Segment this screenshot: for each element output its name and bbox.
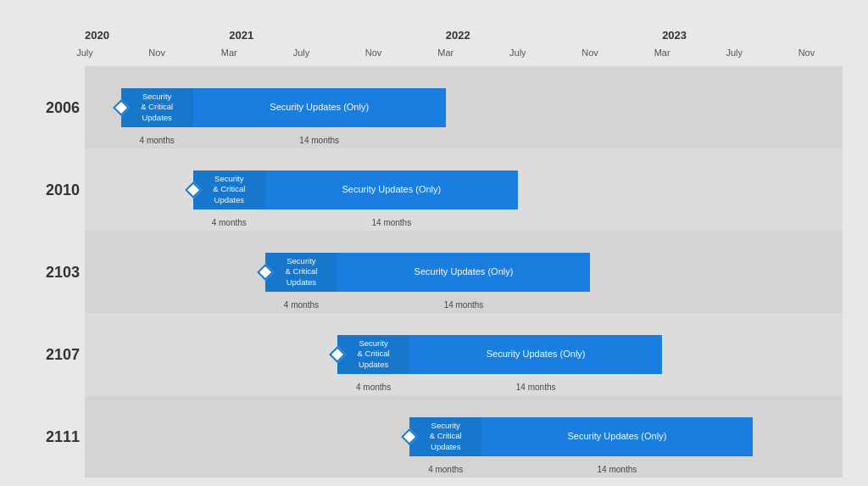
version-row-2107: 2107Security & Critical UpdatesSecurity … xyxy=(85,313,843,395)
year-label-2020: 2020 xyxy=(85,29,109,42)
page: 2020202120222023JulyNovMarJulyNovMarJuly… xyxy=(0,0,868,486)
month-label: July xyxy=(293,47,310,58)
month-label: July xyxy=(76,47,93,58)
duration-label-upd-2010: 14 months xyxy=(265,218,518,227)
updates-bar-label-2006: Security Updates (Only) xyxy=(270,101,369,113)
month-label: July xyxy=(509,47,526,58)
timeline-header: 2020202120222023JulyNovMarJulyNovMarJuly… xyxy=(85,29,843,66)
security-bar-label-2111: Security & Critical Updates xyxy=(428,419,464,454)
updates-bar-label-2107: Security Updates (Only) xyxy=(487,348,586,360)
security-bar-label-2010: Security & Critical Updates xyxy=(211,172,247,207)
month-label: Nov xyxy=(365,47,382,58)
version-label-2006: 2006 xyxy=(27,98,80,116)
version-label-2107: 2107 xyxy=(27,345,80,363)
version-row-2103: 2103Security & Critical UpdatesSecurity … xyxy=(85,231,843,313)
month-label: July xyxy=(726,47,743,58)
duration-label-sec-2103: 4 months xyxy=(265,300,337,310)
version-label-2111: 2111 xyxy=(27,427,80,445)
updates-bar-2107: Security Updates (Only) xyxy=(409,335,662,374)
duration-label-upd-2107: 14 months xyxy=(409,383,662,392)
updates-bar-label-2010: Security Updates (Only) xyxy=(342,183,441,195)
month-label: Mar xyxy=(654,47,670,58)
grid-body: 2006Security & Critical UpdatesSecurity … xyxy=(85,66,843,478)
security-bar-2010: Security & Critical Updates xyxy=(193,170,265,209)
duration-label-sec-2010: 4 months xyxy=(193,218,265,227)
month-label: Nov xyxy=(581,47,598,58)
duration-label-upd-2111: 14 months xyxy=(481,465,752,474)
updates-bar-2103: Security Updates (Only) xyxy=(337,253,590,292)
month-label: Nov xyxy=(148,47,165,58)
version-label-2010: 2010 xyxy=(27,181,80,198)
month-label: Mar xyxy=(221,47,237,58)
version-rows: 2006Security & Critical UpdatesSecurity … xyxy=(85,66,843,478)
version-row-2006: 2006Security & Critical UpdatesSecurity … xyxy=(85,66,843,148)
duration-label-upd-2006: 14 months xyxy=(193,136,446,145)
security-bar-2107: Security & Critical Updates xyxy=(337,335,409,374)
security-bar-2006: Security & Critical Updates xyxy=(121,88,193,127)
security-bar-label-2107: Security & Critical Updates xyxy=(356,337,392,371)
updates-bar-2111: Security Updates (Only) xyxy=(481,417,752,456)
month-label: Nov xyxy=(798,47,815,58)
updates-bar-2006: Security Updates (Only) xyxy=(193,88,446,127)
duration-label-sec-2107: 4 months xyxy=(337,383,409,392)
security-bar-2111: Security & Critical Updates xyxy=(409,417,481,456)
security-bar-2103: Security & Critical Updates xyxy=(265,253,337,292)
year-label-2022: 2022 xyxy=(446,29,470,42)
duration-label-sec-2111: 4 months xyxy=(409,465,481,474)
version-row-2111: 2111Security & Critical UpdatesSecurity … xyxy=(85,395,843,478)
duration-label-sec-2006: 4 months xyxy=(121,136,193,145)
updates-bar-2010: Security Updates (Only) xyxy=(265,170,518,209)
security-bar-label-2006: Security & Critical Updates xyxy=(139,90,175,125)
updates-bar-label-2103: Security Updates (Only) xyxy=(415,265,514,277)
year-label-2023: 2023 xyxy=(662,29,687,42)
updates-bar-label-2111: Security Updates (Only) xyxy=(568,430,667,442)
month-label: Mar xyxy=(437,47,453,58)
year-label-2021: 2021 xyxy=(229,29,253,42)
security-bar-label-2103: Security & Critical Updates xyxy=(283,254,319,289)
version-row-2010: 2010Security & Critical UpdatesSecurity … xyxy=(85,148,843,231)
version-label-2103: 2103 xyxy=(27,263,80,281)
duration-label-upd-2103: 14 months xyxy=(337,300,590,310)
chart-area: 2020202120222023JulyNovMarJulyNovMarJuly… xyxy=(25,29,843,478)
